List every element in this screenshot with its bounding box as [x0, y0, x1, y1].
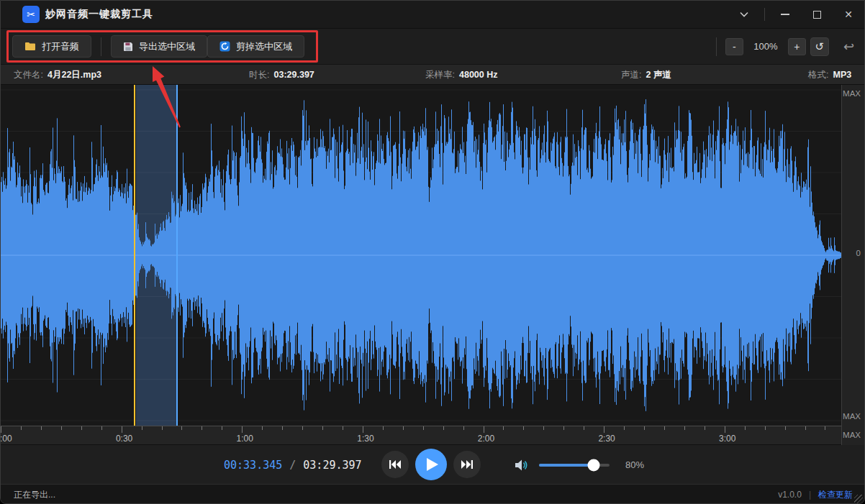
cut-selection-button[interactable]: 剪掉选中区域 — [207, 35, 304, 58]
ruler-tick — [584, 426, 584, 430]
play-button[interactable] — [415, 449, 447, 480]
volume-percent-label: 80% — [625, 459, 644, 470]
ruler-time-label: 0:30 — [116, 434, 132, 444]
ruler-tick — [443, 426, 444, 430]
open-audio-label: 打开音频 — [42, 40, 79, 53]
total-time: 03:29.397 — [303, 459, 361, 472]
ruler-tick — [21, 426, 22, 430]
ruler-tick — [142, 426, 142, 430]
ruler-tick — [725, 426, 725, 433]
skip-forward-icon — [461, 460, 473, 469]
volume-fill — [539, 464, 594, 467]
ruler-tick — [1, 426, 1, 433]
ruler-time-label: 1:00 — [237, 434, 253, 444]
check-update-link[interactable]: 检查更新 — [818, 489, 853, 501]
ruler-tick — [201, 426, 202, 430]
cut-selection-label: 剪掉选中区域 — [236, 40, 292, 53]
skip-back-icon — [389, 460, 401, 469]
time-display: 00:33.345 / 03:29.397 — [224, 445, 362, 485]
axis-max-ruler: MAX — [843, 431, 861, 439]
ruler-tick — [181, 426, 182, 430]
status-right-group: v1.0.0 | 检查更新 — [778, 489, 864, 501]
ruler-tick — [484, 426, 484, 433]
window-controls: ✕ — [728, 1, 864, 28]
ruler-tick — [705, 426, 705, 430]
toolbar: 打开音频 导出选中区域 剪掉选中区域 - 100% + ↺ ↩ — [1, 28, 864, 64]
folder-icon — [24, 42, 36, 51]
ruler-tick — [423, 426, 424, 430]
ruler-tick — [543, 426, 544, 430]
cut-icon — [219, 41, 230, 52]
ruler-tick — [523, 426, 524, 430]
ruler-time-label: 0:00 — [1, 434, 12, 444]
ruler-tick — [503, 426, 504, 430]
skip-to-start-button[interactable] — [381, 451, 409, 478]
ruler-tick — [664, 426, 665, 430]
reset-zoom-icon[interactable]: ↺ — [810, 37, 829, 56]
toolbar-divider — [101, 37, 101, 56]
ruler-tick — [785, 426, 786, 430]
menu-chevron-down-icon[interactable] — [728, 1, 760, 28]
waveform-canvas[interactable] — [1, 85, 843, 426]
zoom-out-button[interactable]: - — [725, 38, 743, 55]
ruler-tick — [222, 426, 222, 430]
volume-control: 80% — [515, 445, 644, 485]
app-window: ✂ 妙网音频一键裁剪工具 ✕ 打开音频 导出选中区域 剪 — [0, 0, 865, 504]
ruler-tick — [262, 426, 263, 430]
current-time: 00:33.345 — [224, 459, 282, 472]
maximize-button[interactable] — [801, 1, 833, 28]
titlebar-divider — [764, 8, 765, 21]
axis-max-top: MAX — [843, 89, 861, 98]
ruler-tick — [463, 426, 464, 430]
info-filename: 文件名:4月22日.mp3 — [14, 65, 101, 85]
ruler-tick — [61, 426, 62, 430]
ruler-tick — [363, 426, 363, 433]
info-channels: 声道:2 声道 — [621, 65, 671, 85]
undo-icon[interactable]: ↩ — [843, 39, 854, 55]
selection-right-handle[interactable] — [176, 85, 178, 426]
ruler-tick — [162, 426, 163, 430]
amplitude-axis: MAX 0 MAX MAX — [841, 85, 864, 445]
minimize-button[interactable] — [769, 1, 801, 28]
info-duration: 时长:03:29.397 — [249, 65, 314, 85]
waveform-region: MAX 0 MAX MAX 0:000:301:001:302:002:303:… — [1, 84, 864, 444]
maximize-icon — [813, 11, 821, 19]
info-samplerate: 采样率:48000 Hz — [425, 65, 498, 85]
zoom-in-button[interactable]: + — [788, 38, 806, 55]
toolbar-left-group: 打开音频 导出选中区域 剪掉选中区域 — [12, 35, 304, 58]
ruler-tick — [343, 426, 343, 430]
window-title: 妙网音频一键裁剪工具 — [45, 1, 153, 28]
status-message: 正在导出... — [14, 489, 55, 501]
ruler-tick — [242, 426, 243, 433]
export-selection-button[interactable]: 导出选中区域 — [111, 35, 207, 58]
ruler-tick — [101, 426, 102, 430]
info-format: 格式:MP3 — [808, 65, 851, 85]
ruler-tick — [282, 426, 283, 430]
player-bar: 00:33.345 / 03:29.397 80% — [1, 444, 864, 484]
axis-max-bottom: MAX — [843, 412, 861, 421]
axis-zero: 0 — [856, 249, 861, 257]
volume-slider[interactable] — [539, 464, 610, 467]
ruler-tick — [81, 426, 82, 430]
volume-handle[interactable] — [588, 459, 600, 471]
minimize-icon — [781, 14, 789, 15]
ruler-tick — [302, 426, 303, 430]
toolbar-right-group: - 100% + ↺ ↩ — [716, 35, 854, 58]
ruler-tick — [765, 426, 766, 430]
zoom-level-value: 100% — [743, 41, 788, 52]
speaker-icon[interactable] — [515, 458, 530, 472]
time-ruler[interactable]: 0:000:301:001:302:002:303:00 — [1, 426, 843, 445]
ruler-tick — [745, 426, 746, 430]
ruler-time-label: 2:30 — [598, 434, 615, 444]
ruler-tick — [624, 426, 625, 430]
close-button[interactable]: ✕ — [833, 1, 864, 28]
save-icon — [123, 42, 133, 52]
ruler-tick — [122, 426, 122, 433]
waveform-graphic — [1, 85, 843, 426]
file-info-bar: 文件名:4月22日.mp3 时长:03:29.397 采样率:48000 Hz … — [1, 64, 864, 84]
skip-to-end-button[interactable] — [453, 451, 481, 478]
playhead[interactable] — [134, 85, 135, 426]
ruler-tick — [825, 426, 825, 430]
open-audio-button[interactable]: 打开音频 — [12, 35, 91, 58]
resize-grip[interactable] — [854, 495, 863, 503]
